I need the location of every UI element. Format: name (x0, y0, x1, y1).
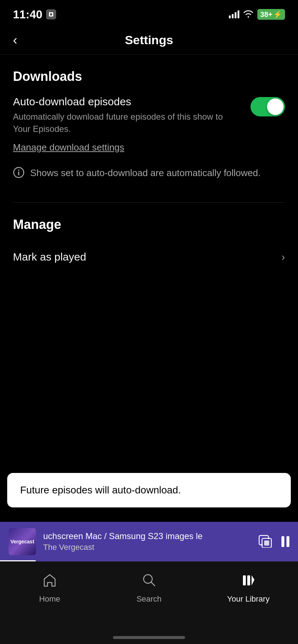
wifi-icon (243, 9, 254, 20)
mark-as-played-label: Mark as played (13, 251, 86, 263)
manage-section: Manage Mark as played › (13, 217, 285, 270)
back-button[interactable]: ‹ (13, 33, 17, 48)
auto-download-row: Auto-download episodes Automatically dow… (13, 96, 285, 135)
library-nav-label: Your Library (227, 594, 270, 604)
signal-bars-icon (229, 10, 239, 18)
header: ‹ Settings (0, 26, 298, 55)
pause-button[interactable] (281, 536, 289, 547)
auto-download-toggle[interactable] (250, 97, 285, 116)
main-content: Downloads Auto-download episodes Automat… (0, 55, 298, 270)
chevron-right-icon: › (281, 251, 285, 263)
now-playing-bar[interactable]: Vergecast uchscreen Mac / Samsung S23 im… (0, 522, 298, 561)
screen-record-icon (46, 9, 56, 19)
now-playing-title: uchscreen Mac / Samsung S23 images le (43, 531, 250, 541)
toast-text: Future episodes will auto-download. (20, 484, 181, 496)
nav-item-search[interactable]: Search (113, 572, 185, 604)
downloads-section: Downloads Auto-download episodes Automat… (13, 69, 285, 181)
svg-rect-3 (18, 171, 19, 175)
nav-item-library[interactable]: Your Library (212, 572, 284, 604)
section-divider (13, 202, 285, 203)
home-nav-label: Home (39, 594, 60, 604)
artwork-label: Vergecast (10, 539, 34, 544)
downloads-section-title: Downloads (13, 69, 285, 84)
now-playing-show: The Vergecast (43, 543, 250, 552)
auto-follow-info: Shows set to auto-download are automatic… (13, 166, 285, 181)
now-playing-artwork: Vergecast (9, 528, 36, 555)
nav-item-home[interactable]: Home (14, 572, 86, 604)
status-time: 11:40 (13, 8, 42, 21)
manage-download-settings-link[interactable]: Manage download settings (13, 142, 124, 153)
page-title: Settings (125, 33, 173, 47)
search-nav-label: Search (136, 594, 162, 604)
now-playing-info: uchscreen Mac / Samsung S23 images le Th… (43, 531, 250, 552)
status-bar: 11:40 38+ ⚡ (0, 0, 298, 26)
home-icon (42, 572, 57, 591)
svg-point-4 (18, 170, 19, 171)
auto-download-description: Automatically download future episodes o… (13, 111, 236, 135)
search-icon (141, 572, 157, 591)
auto-download-label: Auto-download episodes (13, 96, 236, 108)
svg-rect-1 (50, 13, 52, 15)
now-playing-controls (258, 533, 289, 551)
auto-follow-text: Shows set to auto-download are automatic… (30, 166, 261, 180)
manage-section-title: Manage (13, 217, 285, 232)
bottom-nav: Home Search Your Library (0, 561, 298, 644)
toast-notification: Future episodes will auto-download. (7, 473, 291, 507)
mark-as-played-row[interactable]: Mark as played › (13, 244, 285, 270)
toggle-knob (267, 98, 284, 115)
svg-rect-10 (243, 575, 246, 585)
svg-rect-11 (247, 575, 250, 585)
home-indicator (113, 636, 185, 639)
svg-rect-8 (264, 540, 269, 546)
status-icons: 38+ ⚡ (229, 9, 285, 20)
connect-device-icon[interactable] (258, 533, 273, 551)
info-circle-icon (13, 167, 24, 181)
battery-icon: 38+ ⚡ (257, 9, 285, 20)
library-icon (241, 572, 256, 591)
